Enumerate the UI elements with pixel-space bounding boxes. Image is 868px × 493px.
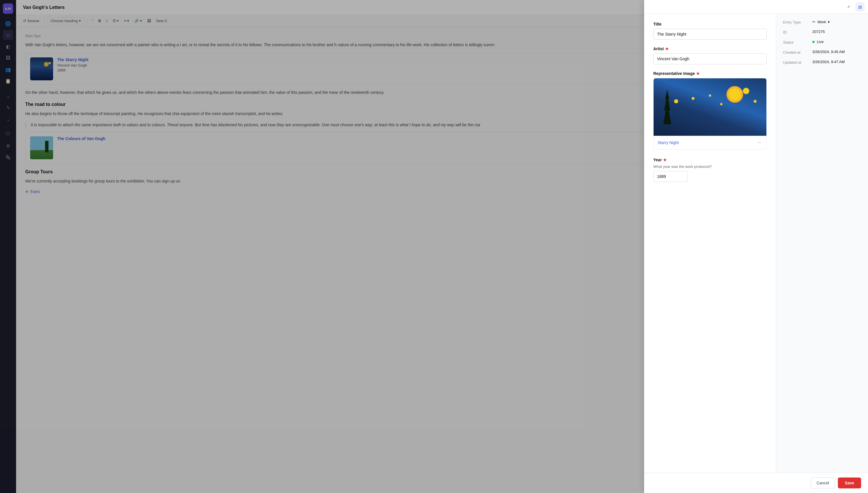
modal-header: ↗ ▤ bbox=[644, 0, 868, 14]
year-field-group: Year ★ What year was the work produced? bbox=[653, 157, 767, 182]
year-label: Year ★ bbox=[653, 157, 767, 162]
title-label: Title bbox=[653, 22, 767, 26]
artist-label: Artist ★ bbox=[653, 46, 767, 51]
entry-type-value: Work bbox=[818, 20, 826, 24]
id-value: 207275 bbox=[812, 29, 825, 34]
created-at-row: Created at 3/26/2024, 9:45 AM bbox=[783, 50, 861, 55]
image-menu-button[interactable]: ··· bbox=[756, 139, 762, 146]
year-input[interactable] bbox=[653, 171, 688, 182]
cancel-button[interactable]: Cancel bbox=[810, 477, 835, 488]
image-field-group: Representative Image ★ Starry Night ··· bbox=[653, 71, 767, 151]
status-value: Live bbox=[812, 40, 824, 44]
image-label: Representative Image ★ bbox=[653, 71, 767, 76]
image-preview bbox=[654, 78, 766, 136]
updated-at-label: Updated at bbox=[783, 60, 809, 65]
status-label: Status bbox=[783, 40, 809, 44]
created-at-label: Created at bbox=[783, 50, 809, 55]
pencil-icon: ✏ bbox=[812, 20, 816, 24]
artist-required-star: ★ bbox=[665, 46, 669, 51]
year-hint: What year was the work produced? bbox=[653, 165, 767, 169]
title-field-group: Title bbox=[653, 22, 767, 40]
id-row: ID 207275 bbox=[783, 29, 861, 35]
artist-field-group: Artist ★ bbox=[653, 46, 767, 64]
modal-container: ↗ ▤ Title Artist ★ bbox=[644, 0, 868, 493]
image-footer: Starry Night ··· bbox=[654, 136, 766, 149]
year-required-star: ★ bbox=[663, 157, 667, 162]
entry-type-select[interactable]: ✏ Work ▾ bbox=[812, 20, 830, 24]
updated-at-value: 3/26/2024, 9:47 AM bbox=[812, 60, 845, 64]
updated-at-row: Updated at 3/26/2024, 9:47 AM bbox=[783, 60, 861, 65]
modal-footer: Cancel Save bbox=[644, 473, 868, 493]
image-required-star: ★ bbox=[696, 71, 700, 76]
title-input[interactable] bbox=[653, 29, 767, 40]
open-external-button[interactable]: ↗ bbox=[844, 2, 853, 12]
artist-input[interactable] bbox=[653, 53, 767, 64]
entry-type-label: Entry Type bbox=[783, 20, 809, 24]
status-dot bbox=[812, 41, 814, 43]
created-at-value: 3/26/2024, 9:45 AM bbox=[812, 50, 845, 54]
modal-body: Title Artist ★ Representative Image ★ bbox=[644, 14, 868, 473]
modal-meta-panel: Entry Type ✏ Work ▾ ID 207275 Status L bbox=[776, 14, 868, 473]
modal-form: Title Artist ★ Representative Image ★ bbox=[644, 14, 776, 473]
entry-type-chevron: ▾ bbox=[828, 20, 830, 24]
panel-view-button[interactable]: ▤ bbox=[855, 2, 865, 12]
modal-backdrop: ↗ ▤ Title Artist ★ bbox=[0, 0, 868, 493]
save-button[interactable]: Save bbox=[838, 477, 861, 488]
entry-type-row: Entry Type ✏ Work ▾ bbox=[783, 20, 861, 24]
id-label: ID bbox=[783, 29, 809, 35]
image-preview-area: Starry Night ··· bbox=[653, 78, 767, 150]
status-row: Status Live bbox=[783, 40, 861, 44]
image-name-link[interactable]: Starry Night bbox=[658, 140, 679, 145]
starry-night-large-image bbox=[654, 78, 766, 136]
